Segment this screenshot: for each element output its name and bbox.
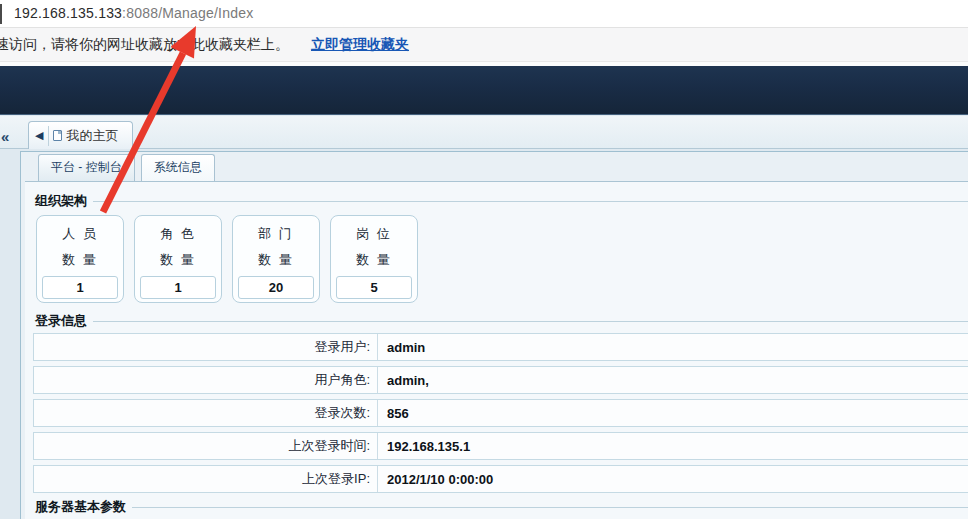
card-label: 岗 位 xyxy=(336,221,412,247)
workspace-tabstrip: « ◀ 我的主页 xyxy=(0,116,968,149)
row-last-login-ip: 上次登录IP: 2012/1/10 0:00:00 xyxy=(33,465,968,493)
card-label: 人 员 xyxy=(42,221,118,247)
card-role-count: 角 色 数 量 1 xyxy=(134,215,222,303)
card-value: 1 xyxy=(42,276,118,299)
row-label: 登录用户: xyxy=(34,334,378,360)
url-host: 192.168.135.133 xyxy=(14,5,122,21)
url-path: :8088/Manage/Index xyxy=(122,5,253,21)
row-label: 登录次数: xyxy=(34,400,378,426)
notice-text: 速访问，请将你的网址收藏放在此收藏夹栏上。 xyxy=(0,36,289,54)
card-label: 数 量 xyxy=(42,247,118,273)
card-label: 数 量 xyxy=(238,247,314,273)
login-info-rows: 登录用户: admin 用户角色: admin, 登录次数: 856 上次登录时… xyxy=(33,333,968,493)
card-label: 数 量 xyxy=(140,247,216,273)
divider xyxy=(93,201,968,202)
section-header-organization: 组织架构 xyxy=(35,192,968,210)
url-text[interactable]: 192.168.135.133:8088/Manage/Index xyxy=(14,5,253,21)
tab-platform-console[interactable]: 平台 - 控制台 xyxy=(38,154,135,181)
card-label: 角 色 xyxy=(140,221,216,247)
row-value: admin xyxy=(378,334,425,360)
favorites-notice-bar: 速访问，请将你的网址收藏放在此收藏夹栏上。 立即管理收藏夹 xyxy=(0,28,968,62)
app-header-bar xyxy=(0,66,968,115)
back-arrow-icon[interactable]: ◀ xyxy=(29,129,48,142)
card-department-count: 部 门 数 量 20 xyxy=(232,215,320,303)
inner-tabstrip: 平台 - 控制台 系统信息 xyxy=(25,154,968,181)
card-post-count: 岗 位 数 量 5 xyxy=(330,215,418,303)
text-caret xyxy=(0,4,2,24)
divider xyxy=(93,321,968,322)
card-label: 部 门 xyxy=(238,221,314,247)
section-header-login-info: 登录信息 xyxy=(35,312,968,330)
tab-my-homepage[interactable]: ◀ 我的主页 xyxy=(28,121,133,149)
main-panel: 平台 - 控制台 系统信息 组织架构 人 员 数 量 1 角 色 数 量 1 部… xyxy=(20,151,968,519)
row-label: 上次登录IP: xyxy=(34,466,378,492)
card-value: 5 xyxy=(336,276,412,299)
card-personnel-count: 人 员 数 量 1 xyxy=(36,215,124,303)
card-value: 1 xyxy=(140,276,216,299)
row-user-role: 用户角色: admin, xyxy=(33,366,968,394)
manage-favorites-link[interactable]: 立即管理收藏夹 xyxy=(311,36,409,54)
row-value: 856 xyxy=(378,400,409,426)
row-value: 192.168.135.1 xyxy=(378,433,470,459)
section-header-server-params: 服务器基本参数 xyxy=(35,498,968,516)
org-cards: 人 员 数 量 1 角 色 数 量 1 部 门 数 量 20 岗 位 数 量 5 xyxy=(36,215,968,303)
row-label: 用户角色: xyxy=(34,367,378,393)
tab-system-info[interactable]: 系统信息 xyxy=(141,154,215,181)
page-icon xyxy=(53,130,62,141)
row-last-login-time: 上次登录时间: 192.168.135.1 xyxy=(33,432,968,460)
tab-label: 我的主页 xyxy=(66,127,118,145)
tab-separator xyxy=(48,126,49,146)
row-login-count: 登录次数: 856 xyxy=(33,399,968,427)
row-value: 2012/1/10 0:00:00 xyxy=(378,466,493,492)
row-value: admin, xyxy=(378,367,429,393)
section-title: 组织架构 xyxy=(35,192,87,210)
divider xyxy=(132,507,968,508)
section-title: 登录信息 xyxy=(35,312,87,330)
section-title: 服务器基本参数 xyxy=(35,498,126,516)
browser-address-bar[interactable]: 192.168.135.133:8088/Manage/Index xyxy=(0,0,968,28)
card-value: 20 xyxy=(238,276,314,299)
system-info-content: 组织架构 人 员 数 量 1 角 色 数 量 1 部 门 数 量 20 岗 位 … xyxy=(25,181,968,519)
row-login-user: 登录用户: admin xyxy=(33,333,968,361)
collapse-sidebar-button[interactable]: « xyxy=(1,129,9,144)
card-label: 数 量 xyxy=(336,247,412,273)
row-label: 上次登录时间: xyxy=(34,433,378,459)
